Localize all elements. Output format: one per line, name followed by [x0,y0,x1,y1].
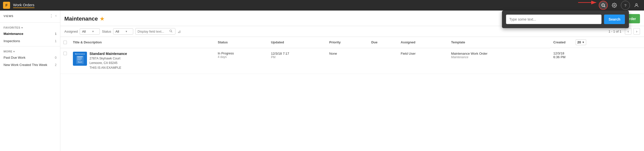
table-header-row: Title & Description Status Updated Prior… [60,37,644,48]
status-badge: In Progress 4 days [218,52,265,59]
row-status-cell: In Progress 4 days [215,48,268,74]
row-checkbox[interactable] [63,52,67,55]
svg-rect-8 [77,56,83,57]
col-status: Status [215,37,268,48]
svg-line-7 [171,32,172,32]
sidebar-divider-2 [0,46,60,46]
work-orders-table-area: Title & Description Status Updated Prior… [60,37,644,151]
row-template-cell: Maintenance Work Order Maintenance [448,48,550,74]
display-field-input[interactable] [137,30,168,33]
nav-icons: ? [599,1,641,10]
user-icon-button[interactable] [632,1,641,10]
svg-point-2 [602,4,605,7]
svg-rect-10 [77,59,82,59]
help-icon-button[interactable]: ? [621,1,630,10]
work-orders-table: Title & Description Status Updated Prior… [60,37,644,74]
col-priority: Priority [326,37,368,48]
favorites-chevron-icon: ▾ [21,26,23,29]
work-order-description: 2787A Skyhawk CourtLemoore, CA 93245THIS… [89,56,127,70]
more-chevron-icon: ▾ [13,50,15,53]
settings-icon-button[interactable] [610,1,619,10]
work-order-details: Standard Maintenance 2787A Skyhawk Court… [89,52,127,70]
app-logo[interactable]: F [3,2,10,9]
work-order-thumbnail[interactable]: Maintenance Report [73,52,87,66]
svg-rect-11 [77,60,81,60]
row-title-cell: Maintenance Report [70,48,215,74]
sidebar-item-new-work[interactable]: New Work Created This Week 2 [0,61,60,68]
select-all-checkbox[interactable] [63,41,67,44]
sidebar-item-maintenance[interactable]: Maintenance 1 [0,30,60,37]
svg-point-4 [614,5,615,6]
display-field-search[interactable] [135,28,175,35]
pagination-prev-button[interactable]: ‹ [625,28,631,35]
status-select[interactable]: All ▼ [113,28,133,35]
more-section[interactable]: MORE ▾ [0,48,60,54]
col-assigned: Assigned [398,37,448,48]
row-priority-cell: None [326,48,368,74]
content-area: Maintenance ★ Work Order Assigned All ▼ … [60,11,644,151]
content-title-area: Maintenance ★ [64,16,104,22]
row-created-cell: 12/3/186:36 PM [550,48,644,74]
col-created: Created 20 ▼ [550,37,644,48]
row-assigned-cell: Field User [398,48,448,74]
status-label: Status [102,30,111,33]
favorite-star-icon[interactable]: ★ [100,16,104,22]
assigned-chevron-icon: ▼ [92,30,94,33]
assigned-select[interactable]: All ▼ [80,28,100,35]
filter-funnel-icon[interactable]: ⊿ [177,29,181,34]
row-updated-cell: 12/3/18 7:17 PM [268,48,326,74]
work-order-cell: Maintenance Report [73,52,212,70]
app-title: Work Orders [13,3,34,8]
sidebar-header: VIEWS ⋮ ‹ [0,14,60,21]
per-page-select[interactable]: 20 ▼ [576,39,586,45]
main-layout: VIEWS ⋮ ‹ FAVORITES ▾ Maintenance 1 Insp… [0,11,644,151]
page-title: Maintenance [64,16,98,22]
checkbox-header [60,37,70,48]
col-template: Template [448,37,550,48]
sidebar-item-past-due[interactable]: Past Due Work 0 [0,54,60,61]
sidebar: VIEWS ⋮ ‹ FAVORITES ▾ Maintenance 1 Insp… [0,11,60,151]
thumb-inner: Report [76,56,84,64]
svg-point-5 [636,4,637,5]
per-page-chevron-icon: ▼ [582,41,584,44]
status-chevron-icon: ▼ [125,30,128,33]
display-search-icon [169,29,172,33]
row-due-cell [368,48,398,74]
pagination-info: 1 - 1 of 1 [609,30,621,33]
search-overlay: Search [502,11,629,28]
views-label: VIEWS [4,15,13,18]
sidebar-item-inspections[interactable]: Inspections 1 [0,37,60,45]
work-order-title[interactable]: Standard Maintenance [89,52,127,56]
svg-point-6 [170,30,172,32]
search-button[interactable]: Search [604,15,625,24]
svg-rect-9 [77,58,82,58]
row-checkbox-cell [60,48,70,74]
sidebar-collapse-icon[interactable]: ‹ [55,14,57,18]
search-icon-button[interactable] [599,1,608,10]
favorites-section[interactable]: FAVORITES ▾ [0,24,60,30]
col-due: Due [368,37,398,48]
svg-line-3 [604,6,605,7]
sidebar-divider-1 [0,22,60,23]
table-row: Maintenance Report [60,48,644,74]
pagination-next-button[interactable]: › [633,28,640,35]
top-navigation: F Work Orders [0,0,644,11]
sidebar-menu-icon[interactable]: ⋮ [49,14,53,18]
assigned-label: Assigned [64,30,78,33]
search-input[interactable] [506,15,602,24]
col-title: Title & Description [70,37,215,48]
col-updated: Updated [268,37,326,48]
